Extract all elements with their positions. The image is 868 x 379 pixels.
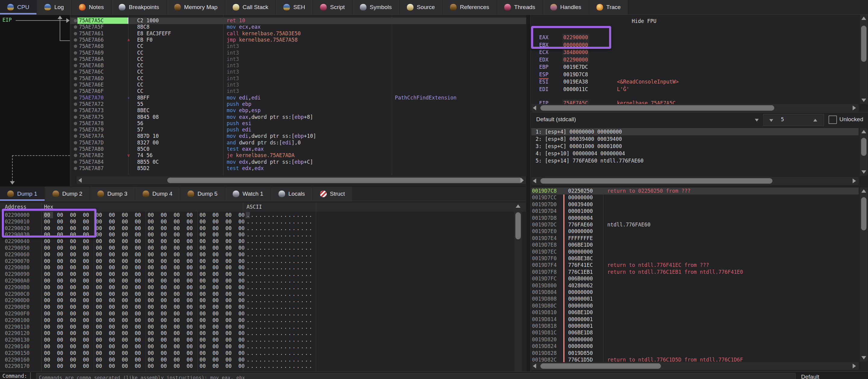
- disasm-row[interactable]: 75AE7A6FCCint3: [70, 88, 526, 95]
- stack-row[interactable]: 0019D7F4776F41ECreturn to ntdll.776F41EC…: [531, 262, 859, 269]
- tab-breakpoints[interactable]: Breakpoints: [112, 0, 166, 14]
- stack-row[interactable]: 0019D7CC00000000: [531, 194, 859, 201]
- stack-row[interactable]: 0019D7F0006BE38C: [531, 255, 859, 262]
- stack-row[interactable]: 0019D7D000039400: [531, 201, 859, 208]
- dump-row[interactable]: 0229012000000000000000000000000000000000…: [0, 330, 526, 337]
- stack-row[interactable]: 0019D8280019D850: [531, 350, 859, 357]
- dump-row[interactable]: 0229013000000000000000000000000000000000…: [0, 337, 526, 343]
- disasm-row[interactable]: 75AE7A738BECmov ebp,esp: [70, 107, 526, 114]
- dump-row[interactable]: 0229008000000000000000000000000000000000…: [0, 264, 526, 271]
- disasm-row[interactable]: 75AE7A61E8 EAC3FEFFcall kernelbase.75AD3…: [70, 30, 526, 37]
- disasm-row[interactable]: 75AE7A6ACCint3: [70, 56, 526, 63]
- breakpoint-dot[interactable]: [74, 45, 77, 48]
- disasm-row[interactable]: 75AE7A7A8B7D 10mov edi,dword ptr ss:[ebp…: [70, 133, 526, 140]
- tab-cpu[interactable]: CPU: [0, 0, 36, 14]
- breakpoint-dot[interactable]: [74, 19, 77, 22]
- disasm-row[interactable]: 75AE7A82∨74 56je kernelbase.75AE7ADA: [70, 152, 526, 159]
- dump-row[interactable]: 0229016000000000000000000000000000000000…: [0, 357, 526, 363]
- dump-row[interactable]: 022900F000000000000000000000000000000000…: [0, 311, 526, 317]
- stack-row[interactable]: 0019D7DC776FAE60ntdll.776FAE60: [531, 221, 859, 228]
- dump-tab-watch-1[interactable]: Watch 1: [225, 187, 271, 201]
- stack-row[interactable]: 0019D80800000001: [531, 295, 859, 302]
- dump-row[interactable]: 0229006000000000000000000000000000000000…: [0, 252, 526, 258]
- breakpoint-dot[interactable]: [74, 38, 77, 41]
- register-row[interactable]: EBP0019E7DC: [531, 63, 859, 70]
- register-row[interactable]: ESI0019EA38<&ReadConsoleInputW>: [531, 78, 859, 85]
- hide-fpu-button[interactable]: Hide FPU: [632, 18, 656, 24]
- registers-vscrollbar[interactable]: [860, 15, 868, 104]
- stack-row[interactable]: 0019D81800000001: [531, 323, 859, 329]
- dump-row[interactable]: 0229009000000000000000000000000000000000…: [0, 271, 526, 278]
- disasm-row[interactable]: 75AE7A7D8327 00and dword ptr ds:[edi],0: [70, 140, 526, 146]
- disasm-row[interactable]: 75AE7A758B45 08mov eax,dword ptr ss:[ebp…: [70, 114, 526, 121]
- stack-vscrollbar[interactable]: [860, 187, 868, 361]
- disasm-row[interactable]: 75AE7A5F8BC8mov ecx,eax: [70, 24, 526, 30]
- breakpoint-dot[interactable]: [74, 109, 77, 112]
- dump-row[interactable]: 022900D000000000000000000000000000000000…: [0, 297, 526, 304]
- register-row[interactable]: EDI0000011CL'Ĝ': [531, 86, 859, 93]
- breakpoint-dot[interactable]: [74, 25, 77, 29]
- tab-call-stack[interactable]: Call Stack: [225, 0, 276, 14]
- dump-row[interactable]: 0229011000000000000000000000000000000000…: [0, 324, 526, 330]
- stack-row[interactable]: 0019D7E8006BE1D0: [531, 241, 859, 249]
- tab-source[interactable]: Source: [400, 0, 442, 14]
- dump-row[interactable]: 0229015000000000000000000000000000000000…: [0, 350, 526, 357]
- stack-row[interactable]: 0019D82000000000: [531, 336, 859, 343]
- disasm-row[interactable]: 75AE7A848B55 0Cmov edx,dword ptr ss:[ebp…: [70, 159, 526, 166]
- scrollbar-thumb[interactable]: [167, 178, 523, 183]
- disasm-row[interactable]: 75AE7A6CCCint3: [70, 69, 526, 76]
- disasm-row[interactable]: 75AE7A8785D2test edx,edx: [70, 165, 526, 172]
- dump-row[interactable]: 0229004000000000000000000000000000000000…: [0, 238, 526, 245]
- dump-tab-dump-2[interactable]: Dump 2: [45, 187, 90, 201]
- breakpoint-dot[interactable]: [74, 90, 77, 93]
- stack-row[interactable]: 0019D80C00000000: [531, 302, 859, 309]
- scrollbar-thumb[interactable]: [540, 105, 774, 111]
- dump-row[interactable]: 022900B000000000000000000000000000000000…: [0, 284, 526, 291]
- disasm-row[interactable]: 75AE7A7957push edi: [70, 127, 526, 133]
- breakpoint-dot[interactable]: [74, 64, 77, 67]
- stack-row[interactable]: 0019D7C802250250return to 02250250 from …: [531, 187, 859, 195]
- profile-dropdown[interactable]: Default: [801, 374, 819, 379]
- scrollbar-thumb[interactable]: [861, 26, 867, 62]
- stack-row[interactable]: 0019D80040280062: [531, 282, 859, 289]
- stack-row[interactable]: 0019D810006BE1D0: [531, 309, 859, 316]
- calling-convention-dropdown[interactable]: Default (stdcall): [536, 116, 576, 123]
- breakpoint-dot[interactable]: [74, 167, 77, 170]
- breakpoint-dot[interactable]: [74, 32, 77, 35]
- register-row[interactable]: ECX384B0000: [531, 49, 859, 56]
- unlocked-checkbox[interactable]: [829, 115, 837, 124]
- breakpoint-dot[interactable]: [74, 70, 77, 74]
- breakpoint-dot[interactable]: [74, 115, 77, 119]
- stack-row[interactable]: 0019D7D400001000: [531, 208, 859, 215]
- dump-vscrollbar[interactable]: [514, 203, 522, 379]
- breakpoint-dot[interactable]: [74, 77, 77, 80]
- disasm-row[interactable]: 75AE7A70‹8BFFmov edi,ediPathCchFindExten…: [70, 95, 526, 101]
- stack-row[interactable]: 0019D82400000000: [531, 343, 859, 350]
- disassembly-hscrollbar[interactable]: [77, 176, 526, 184]
- scrollbar-thumb[interactable]: [540, 178, 772, 184]
- breakpoint-dot[interactable]: [74, 103, 77, 106]
- breakpoint-dot[interactable]: [74, 122, 77, 125]
- argument-count-spinner[interactable]: 5: [763, 114, 824, 126]
- tab-memory-map[interactable]: Memory Map: [167, 0, 225, 14]
- argument-row[interactable]: 2: [esp+8] 00039400 00039400: [531, 135, 859, 143]
- arguments-vscrollbar[interactable]: [860, 128, 868, 176]
- argument-row[interactable]: 3: [esp+C] 00001000 00001000: [531, 143, 859, 150]
- dump-tab-dump-3[interactable]: Dump 3: [90, 187, 135, 201]
- dump-row[interactable]: 0229007000000000000000000000000000000000…: [0, 258, 526, 265]
- stack-row[interactable]: 0019D7FC006B0000: [531, 275, 859, 282]
- disasm-row[interactable]: 75AE7A7255push ebp: [70, 101, 526, 108]
- stack-hscrollbar[interactable]: [531, 362, 859, 370]
- disasm-row[interactable]: 75AE7A6DCCint3: [70, 76, 526, 82]
- dump-tab-locals[interactable]: Locals: [271, 187, 312, 201]
- tab-trace[interactable]: Trace: [589, 0, 628, 14]
- disasm-row[interactable]: 75AE7A7856push esi: [70, 120, 526, 127]
- scrollbar-thumb[interactable]: [861, 138, 867, 156]
- dump-row[interactable]: 022900A000000000000000000000000000000000…: [0, 278, 526, 284]
- scrollbar-thumb[interactable]: [861, 197, 867, 230]
- stack-row[interactable]: 0019D7E4FFFFFFFE: [531, 235, 859, 242]
- breakpoint-dot[interactable]: [74, 51, 77, 55]
- register-row[interactable]: EDX02290000: [531, 56, 859, 63]
- dump-tab-dump-1[interactable]: Dump 1: [0, 187, 44, 201]
- breakpoint-dot[interactable]: [74, 147, 77, 151]
